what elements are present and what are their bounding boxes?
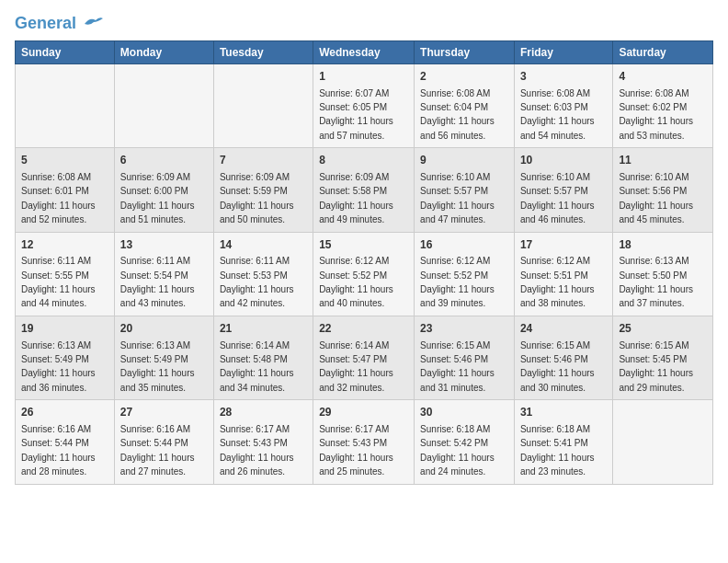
calendar-week-row: 1Sunrise: 6:07 AMSunset: 6:05 PMDaylight… (16, 63, 713, 147)
day-sunset: Sunset: 6:05 PM (319, 102, 387, 112)
day-sunrise: Sunrise: 6:16 AM (120, 424, 190, 434)
calendar-cell: 22Sunrise: 6:14 AMSunset: 5:47 PMDayligh… (313, 316, 415, 399)
day-daylight: Daylight: 11 hours and 45 minutes. (619, 201, 693, 224)
day-number: 12 (21, 237, 108, 253)
day-sunset: Sunset: 5:50 PM (619, 270, 687, 281)
day-number: 25 (619, 321, 707, 337)
day-daylight: Daylight: 11 hours and 31 minutes. (420, 368, 495, 392)
calendar-cell: 29Sunrise: 6:17 AMSunset: 5:43 PMDayligh… (313, 400, 415, 484)
day-sunrise: Sunrise: 6:12 AM (319, 256, 389, 266)
day-daylight: Daylight: 11 hours and 46 minutes. (520, 201, 595, 224)
day-sunset: Sunset: 5:47 PM (319, 354, 387, 364)
day-number: 3 (520, 69, 607, 85)
day-sunset: Sunset: 5:52 PM (319, 270, 387, 281)
calendar-cell: 17Sunrise: 6:12 AMSunset: 5:51 PMDayligh… (514, 232, 612, 316)
day-daylight: Daylight: 11 hours and 32 minutes. (319, 368, 393, 392)
day-sunrise: Sunrise: 6:15 AM (619, 340, 688, 350)
day-sunrise: Sunrise: 6:12 AM (520, 256, 590, 266)
day-sunrise: Sunrise: 6:11 AM (120, 256, 190, 266)
day-sunrise: Sunrise: 6:07 AM (319, 88, 389, 98)
day-daylight: Daylight: 11 hours and 39 minutes. (420, 284, 495, 308)
day-daylight: Daylight: 11 hours and 27 minutes. (120, 453, 195, 477)
day-sunrise: Sunrise: 6:08 AM (619, 88, 688, 98)
day-number: 9 (420, 153, 508, 168)
day-number: 21 (220, 321, 307, 337)
calendar-cell: 5Sunrise: 6:08 AMSunset: 6:01 PMDaylight… (16, 148, 115, 232)
weekday-header: Sunday (16, 40, 115, 63)
calendar-cell: 12Sunrise: 6:11 AMSunset: 5:55 PMDayligh… (16, 232, 115, 316)
calendar-cell: 23Sunrise: 6:15 AMSunset: 5:46 PMDayligh… (415, 316, 515, 399)
day-sunset: Sunset: 6:04 PM (420, 102, 488, 112)
day-sunset: Sunset: 5:55 PM (21, 270, 89, 281)
day-sunrise: Sunrise: 6:13 AM (21, 340, 91, 350)
day-number: 4 (619, 69, 707, 85)
day-sunset: Sunset: 5:54 PM (120, 270, 188, 281)
day-sunrise: Sunrise: 6:16 AM (21, 424, 91, 434)
day-sunrise: Sunrise: 6:09 AM (319, 172, 389, 182)
day-number: 7 (220, 153, 307, 168)
day-sunrise: Sunrise: 6:08 AM (420, 88, 490, 98)
day-sunset: Sunset: 6:01 PM (21, 186, 89, 196)
day-number: 24 (520, 321, 607, 337)
day-daylight: Daylight: 11 hours and 26 minutes. (220, 453, 294, 477)
day-number: 17 (520, 237, 607, 253)
day-sunrise: Sunrise: 6:12 AM (420, 256, 490, 266)
day-daylight: Daylight: 11 hours and 24 minutes. (420, 453, 495, 477)
day-number: 6 (120, 153, 208, 168)
logo-bird-icon (83, 17, 103, 31)
day-daylight: Daylight: 11 hours and 29 minutes. (619, 368, 693, 392)
calendar-table: SundayMondayTuesdayWednesdayThursdayFrid… (15, 40, 713, 485)
calendar-cell: 21Sunrise: 6:14 AMSunset: 5:48 PMDayligh… (213, 316, 313, 399)
calendar-cell: 1Sunrise: 6:07 AMSunset: 6:05 PMDaylight… (313, 63, 415, 147)
day-daylight: Daylight: 11 hours and 36 minutes. (21, 368, 96, 392)
day-sunrise: Sunrise: 6:08 AM (21, 172, 91, 182)
page-header: General (15, 15, 713, 33)
day-daylight: Daylight: 11 hours and 40 minutes. (319, 284, 393, 308)
calendar-cell: 27Sunrise: 6:16 AMSunset: 5:44 PMDayligh… (114, 400, 213, 484)
day-number: 1 (319, 69, 408, 85)
day-sunset: Sunset: 5:56 PM (619, 186, 687, 196)
day-number: 27 (120, 405, 208, 420)
day-sunrise: Sunrise: 6:10 AM (619, 172, 688, 182)
day-daylight: Daylight: 11 hours and 49 minutes. (319, 201, 393, 224)
calendar-week-row: 5Sunrise: 6:08 AMSunset: 6:01 PMDaylight… (16, 148, 713, 232)
day-daylight: Daylight: 11 hours and 25 minutes. (319, 453, 393, 477)
day-sunset: Sunset: 5:48 PM (220, 354, 288, 364)
weekday-header: Tuesday (213, 40, 313, 63)
weekday-header: Monday (114, 40, 213, 63)
day-sunset: Sunset: 6:03 PM (520, 102, 588, 112)
day-daylight: Daylight: 11 hours and 28 minutes. (21, 453, 96, 477)
day-number: 30 (420, 405, 508, 420)
day-sunset: Sunset: 5:42 PM (420, 438, 488, 448)
day-sunset: Sunset: 5:57 PM (520, 186, 588, 196)
day-sunset: Sunset: 5:44 PM (21, 438, 89, 448)
day-sunrise: Sunrise: 6:15 AM (420, 340, 490, 350)
day-daylight: Daylight: 11 hours and 52 minutes. (21, 201, 96, 224)
weekday-header: Saturday (613, 40, 713, 63)
calendar-cell: 16Sunrise: 6:12 AMSunset: 5:52 PMDayligh… (415, 232, 515, 316)
day-number: 19 (21, 321, 108, 337)
day-daylight: Daylight: 11 hours and 44 minutes. (21, 284, 96, 308)
calendar-cell: 11Sunrise: 6:10 AMSunset: 5:56 PMDayligh… (613, 148, 713, 232)
calendar-cell: 8Sunrise: 6:09 AMSunset: 5:58 PMDaylight… (313, 148, 415, 232)
day-sunset: Sunset: 5:51 PM (520, 270, 588, 281)
day-number: 15 (319, 237, 408, 253)
calendar-cell: 4Sunrise: 6:08 AMSunset: 6:02 PMDaylight… (613, 63, 713, 147)
calendar-week-row: 26Sunrise: 6:16 AMSunset: 5:44 PMDayligh… (16, 400, 713, 484)
day-sunset: Sunset: 6:00 PM (120, 186, 188, 196)
calendar-cell: 13Sunrise: 6:11 AMSunset: 5:54 PMDayligh… (114, 232, 213, 316)
day-sunrise: Sunrise: 6:09 AM (220, 172, 290, 182)
day-number: 23 (420, 321, 508, 337)
logo: General (15, 15, 103, 33)
day-daylight: Daylight: 11 hours and 50 minutes. (220, 201, 294, 224)
day-daylight: Daylight: 11 hours and 56 minutes. (420, 116, 495, 140)
calendar-cell: 20Sunrise: 6:13 AMSunset: 5:49 PMDayligh… (114, 316, 213, 399)
day-daylight: Daylight: 11 hours and 47 minutes. (420, 201, 495, 224)
calendar-header-row: SundayMondayTuesdayWednesdayThursdayFrid… (16, 40, 713, 63)
day-number: 2 (420, 69, 508, 85)
day-sunset: Sunset: 5:58 PM (319, 186, 387, 196)
day-sunrise: Sunrise: 6:09 AM (120, 172, 190, 182)
calendar-cell: 28Sunrise: 6:17 AMSunset: 5:43 PMDayligh… (213, 400, 313, 484)
day-sunrise: Sunrise: 6:14 AM (220, 340, 290, 350)
calendar-cell: 26Sunrise: 6:16 AMSunset: 5:44 PMDayligh… (16, 400, 115, 484)
